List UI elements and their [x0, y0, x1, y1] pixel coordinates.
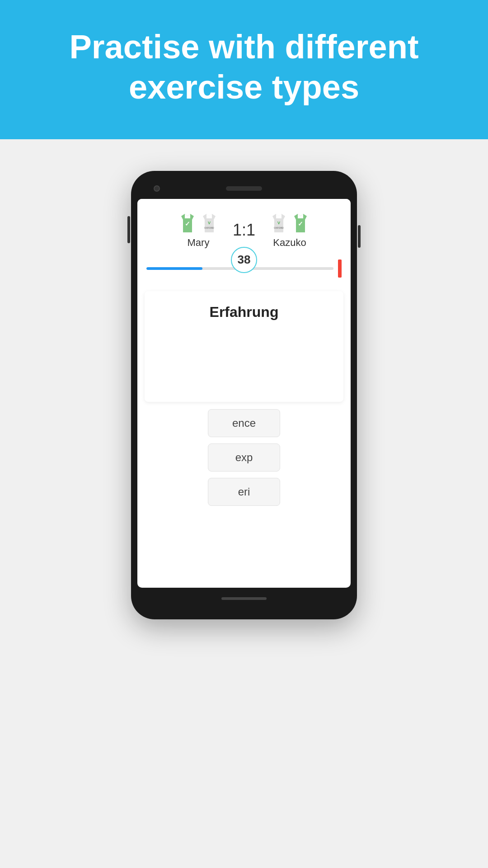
phone-speaker: [226, 186, 262, 191]
header-banner: Practise with different exercise types: [0, 0, 488, 139]
answer-option-1[interactable]: ence: [208, 409, 280, 437]
answer-options: ence exp eri: [137, 409, 351, 515]
progress-section: 38: [137, 255, 351, 278]
phone-screen: ✓ V OXFORD Mary: [137, 199, 351, 588]
phone-camera: [154, 185, 160, 192]
svg-text:V: V: [208, 221, 211, 225]
svg-text:OXFORD: OXFORD: [274, 226, 284, 229]
player2-jersey2-icon: ✓: [291, 212, 310, 234]
player1-name: Mary: [188, 237, 210, 249]
header-title: Practise with different exercise types: [36, 27, 452, 108]
player1-section: ✓ V OXFORD Mary: [178, 212, 219, 249]
player1-jersey1-icon: ✓: [178, 212, 197, 234]
svg-text:V: V: [277, 221, 280, 225]
player1-jersey2-icon: V OXFORD: [199, 212, 219, 234]
player2-jerseys: V OXFORD ✓: [269, 212, 310, 234]
svg-marker-1: [185, 214, 190, 218]
player2-section: V OXFORD ✓ Kazuko: [269, 212, 310, 249]
answer-option-2[interactable]: exp: [208, 443, 280, 472]
svg-text:OXFORD: OXFORD: [204, 226, 214, 229]
score-bar: ✓ V OXFORD Mary: [137, 199, 351, 249]
svg-text:✓: ✓: [185, 220, 190, 227]
phone-volume-button: [127, 216, 130, 243]
phone-power-button: [358, 225, 361, 248]
svg-marker-8: [276, 214, 282, 218]
phone-top-bar: [137, 180, 351, 197]
svg-text:✓: ✓: [298, 220, 303, 227]
content-area: ✓ V OXFORD Mary: [0, 139, 488, 868]
player2-name: Kazuko: [273, 237, 306, 249]
svg-marker-12: [298, 214, 303, 218]
player1-jerseys: ✓ V OXFORD: [178, 212, 219, 234]
question-card: Erfahrung: [145, 291, 343, 402]
progress-fill: [146, 267, 202, 270]
round-counter: 38: [231, 247, 257, 273]
answer-option-3[interactable]: eri: [208, 478, 280, 506]
phone-mockup: ✓ V OXFORD Mary: [131, 171, 357, 619]
lives-indicator: [338, 259, 342, 278]
question-word: Erfahrung: [154, 304, 334, 321]
phone-bottom-bar: [137, 590, 351, 607]
player2-jersey1-icon: V OXFORD: [269, 212, 289, 234]
score-value: 1:1: [233, 221, 255, 240]
svg-marker-4: [206, 214, 212, 218]
phone-home-indicator: [221, 597, 267, 600]
